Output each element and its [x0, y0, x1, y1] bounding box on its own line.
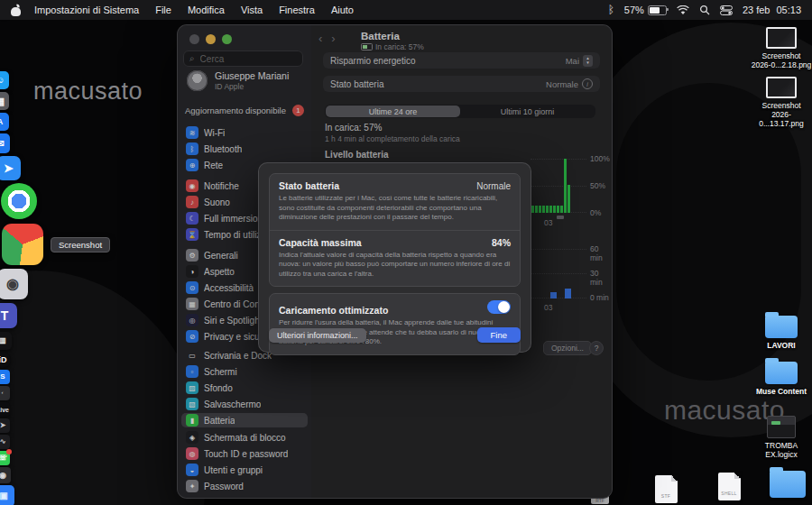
battery-level-bars	[531, 159, 586, 213]
dock-maps[interactable]: ➤	[0, 156, 21, 180]
sidebar-item-batteria[interactable]: ▮ Batteria	[181, 413, 308, 427]
desktop-folder-lavori[interactable]: LAVORI	[750, 316, 812, 351]
sidebar-item-icon: ◉	[186, 179, 198, 192]
menubar-menu-item[interactable]: Finestra	[271, 5, 323, 15]
tab-last-10-days[interactable]: Ultimi 10 giorni	[460, 106, 595, 117]
y-tick: 0 min	[590, 293, 609, 302]
dock-skype[interactable]: S	[0, 370, 10, 384]
apple-menu-icon[interactable]	[11, 5, 21, 16]
folder-icon	[765, 316, 798, 338]
sidebar-item-icon: ◎	[186, 314, 198, 326]
avatar	[187, 70, 208, 91]
sidebar-item-icon: ▫	[186, 365, 198, 378]
sidebar-search[interactable]: ⌕	[183, 50, 303, 67]
desktop-folder-muse-content[interactable]: Muse Content	[750, 362, 812, 397]
document-icon: STF	[655, 475, 678, 503]
minimize-button[interactable]	[206, 34, 216, 44]
sidebar-item-icon: ▧	[186, 398, 198, 410]
help-button[interactable]: ?	[589, 341, 604, 355]
sidebar-item-icon: ◍	[186, 447, 198, 460]
info-icon[interactable]: i	[582, 78, 593, 89]
battery-status[interactable]: 57%	[624, 5, 667, 15]
search-input[interactable]	[198, 53, 297, 65]
back-chevron-icon[interactable]: ‹	[318, 32, 322, 45]
done-button[interactable]: Fine	[477, 327, 521, 343]
popup-button[interactable]: ▴▾	[583, 55, 593, 67]
desktop-file-logic-project[interactable]: TROMBAEX.logicx	[750, 416, 812, 460]
menubar-clock[interactable]: 23 feb 05:13	[743, 5, 801, 15]
battery-health-dialog: Stato batteria Normale Le batterie utili…	[259, 163, 531, 352]
menubar: Impostazioni di SistemaFileModificaVista…	[0, 0, 812, 20]
screen-usage-chart	[531, 249, 586, 298]
dock-ableton-live[interactable]: Live	[0, 402, 10, 417]
folder-icon	[770, 471, 806, 498]
desktop-file-screenshot-1[interactable]: Screenshot2026-0...2.18.png	[750, 27, 812, 70]
menubar-menu-item[interactable]: Impostazioni di Sistema	[26, 5, 147, 15]
dock-launchpad[interactable]: ▦	[0, 92, 9, 110]
dock-cursor-app[interactable]: ➤	[0, 418, 10, 433]
more-info-button[interactable]: Ulteriori informazioni...	[269, 328, 366, 343]
section-value: 84%	[492, 237, 511, 248]
sidebar-item-salvaschermo[interactable]: ▧ Salvaschermo	[181, 397, 308, 411]
menubar-menus: Impostazioni di SistemaFileModificaVista…	[26, 5, 362, 15]
dock-finder[interactable]: ☺	[0, 71, 9, 89]
row-value: Mai	[566, 56, 579, 66]
bluetooth-icon[interactable]: ᛒ	[608, 4, 614, 16]
dock-teams[interactable]: T	[0, 303, 17, 328]
update-badge: 1	[292, 105, 304, 116]
dock-wave-app[interactable]: ∿	[0, 435, 10, 449]
dock: ☺ ▦ A ✉ ➤ ⊡ ◉ T ▥	[0, 0, 54, 505]
menubar-date: 23 feb	[743, 5, 770, 15]
dock-piano-app[interactable]: ▥	[0, 332, 12, 350]
desktop-file-doc-2[interactable]: SHELL	[697, 473, 761, 500]
sidebar-item-update-available[interactable]: Aggiornamento disponibile 1	[185, 105, 304, 116]
control-center-icon[interactable]	[720, 5, 733, 15]
sidebar-item-icon: ≋	[186, 126, 198, 139]
dock-chrome[interactable]	[2, 224, 43, 265]
menubar-menu-item[interactable]: Modifica	[180, 5, 233, 15]
dock-app-store[interactable]: A	[0, 113, 9, 131]
dock-mail[interactable]: ✉	[0, 133, 10, 153]
dock-globe-app[interactable]: ◐	[0, 386, 10, 400]
optimized-charging-toggle[interactable]	[487, 300, 511, 314]
y-tick: 50%	[590, 181, 605, 190]
options-button[interactable]: Opzioni...	[543, 341, 592, 355]
dock-id-app[interactable]: iD	[0, 352, 11, 368]
y-tick: 0%	[590, 208, 601, 217]
desktop-file-screenshot-2[interactable]: Screenshot2026-0...13.17.png	[750, 77, 812, 128]
dock-camera-app[interactable]: ◉	[0, 467, 11, 483]
dock-robot-app[interactable]: ⊡	[1, 183, 37, 219]
wifi-icon[interactable]	[677, 5, 689, 15]
sidebar-item-schermata-di-blocco[interactable]: ◈ Schermata di blocco	[181, 430, 308, 445]
sidebar-item-password[interactable]: ✦ Password	[181, 479, 308, 493]
dock-files-app[interactable]: ▣	[0, 485, 14, 505]
menubar-menu-item[interactable]: File	[147, 5, 180, 15]
sidebar-item-utenti-e-gruppi[interactable]: ◒ Utenti e gruppi	[181, 463, 308, 477]
desktop-file-doc-1[interactable]: STF	[634, 475, 697, 503]
sidebar-item-sfondo[interactable]: ▨ Sfondo	[181, 381, 308, 395]
tab-last-24-hours[interactable]: Ultime 24 ore	[326, 106, 460, 117]
dock-screenshot-app[interactable]: ◉	[0, 269, 28, 299]
x-tick: 03	[544, 303, 552, 312]
search-icon[interactable]	[699, 5, 710, 15]
sidebar-item-bluetooth[interactable]: ᛒ Bluetooth	[181, 142, 308, 156]
section-title: Caricamento ottimizzato	[279, 305, 388, 316]
menubar-menu-item[interactable]: Aiuto	[323, 5, 362, 15]
zoom-button[interactable]	[222, 34, 232, 44]
sidebar-item-icon: ♪	[186, 196, 198, 208]
close-button[interactable]	[189, 34, 199, 44]
sidebar-item-schermi[interactable]: ▫ Schermi	[181, 364, 308, 379]
sidebar-item-icon: ⌛	[186, 228, 198, 241]
y-tick: 30 min	[590, 269, 612, 287]
sidebar-item-icon: ⊘	[186, 330, 198, 343]
apple-id-profile[interactable]: Giuseppe Mariani ID Apple	[187, 70, 289, 91]
file-label: Screenshot2026-0...13.17.png	[750, 102, 812, 128]
y-tick: 100%	[590, 154, 610, 163]
sidebar-item-wifi[interactable]: ≋ Wi-Fi	[181, 125, 308, 140]
menubar-menu-item[interactable]: Vista	[233, 5, 271, 15]
sidebar-item-touch-id-e-password[interactable]: ◍ Touch ID e password	[181, 446, 308, 461]
dock-whatsapp[interactable]: ☏	[0, 451, 10, 465]
forward-chevron-icon[interactable]: ›	[331, 32, 335, 45]
desktop-folder-bottom[interactable]	[756, 471, 812, 498]
sidebar-item-icon: ▮	[186, 414, 198, 427]
